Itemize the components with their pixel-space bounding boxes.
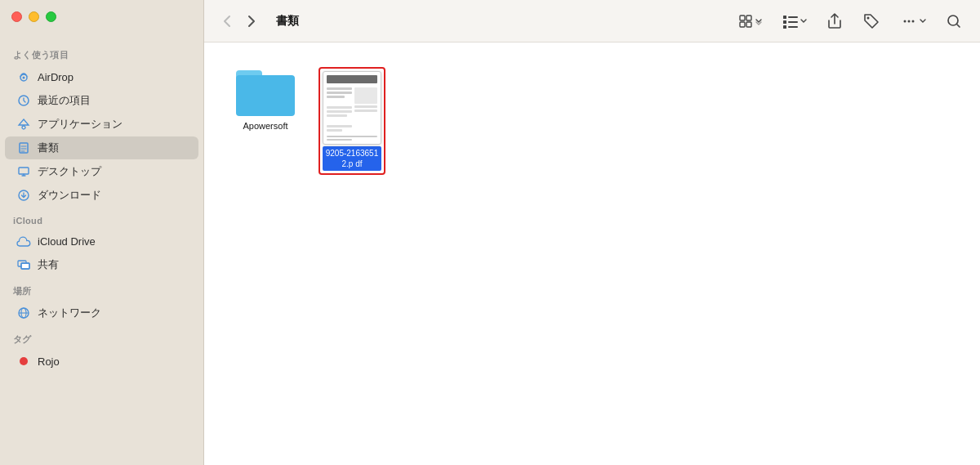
maximize-button[interactable]: [46, 11, 56, 22]
svg-point-3: [22, 126, 25, 129]
airdrop-icon: [16, 69, 31, 84]
sidebar-item-downloads[interactable]: ダウンロード: [5, 184, 198, 207]
file-area: Apowersoft: [204, 42, 980, 465]
sidebar-item-tag-rojo[interactable]: Rojo: [5, 350, 198, 373]
pdf-file-item[interactable]: 9205-21636512.p df: [315, 62, 389, 180]
svg-rect-20: [783, 20, 786, 24]
sidebar-item-documents-label: 書類: [38, 141, 59, 155]
tag-red-icon: [16, 354, 31, 369]
sidebar-item-network[interactable]: ネットワーク: [5, 302, 198, 324]
section-label-favorites: よく使う項目: [0, 41, 203, 65]
svg-rect-23: [788, 26, 798, 28]
sidebar-section-locations: 場所 ネットワーク: [0, 277, 203, 325]
toolbar-actions: [733, 9, 967, 34]
sidebar-item-downloads-label: ダウンロード: [38, 188, 101, 203]
close-button[interactable]: [11, 11, 22, 22]
view-options-button[interactable]: [777, 11, 812, 32]
svg-point-25: [904, 20, 906, 22]
sidebar-item-desktop[interactable]: デスクトップ: [5, 160, 198, 183]
sidebar: よく使う項目 AirDrop 最近の項目: [0, 0, 204, 465]
section-label-tags: タグ: [0, 325, 203, 349]
apps-icon: [16, 117, 31, 132]
folder-item-apowersoft[interactable]: Apowersoft: [229, 62, 302, 180]
section-label-icloud: iCloud: [0, 208, 203, 229]
section-label-locations: 場所: [0, 277, 203, 301]
sidebar-item-network-label: ネットワーク: [38, 306, 101, 320]
svg-rect-8: [21, 263, 29, 269]
desktop-icon: [16, 164, 31, 179]
svg-rect-17: [746, 22, 751, 27]
sidebar-item-recents-label: 最近の項目: [38, 93, 91, 108]
toolbar-title: 書類: [276, 14, 725, 29]
network-icon: [16, 306, 31, 320]
sidebar-item-applications[interactable]: アプリケーション: [5, 113, 198, 136]
svg-point-26: [908, 20, 911, 22]
svg-rect-21: [788, 21, 798, 23]
sidebar-item-desktop-label: デスクトップ: [38, 164, 101, 179]
sidebar-item-icloud-drive[interactable]: iCloud Drive: [5, 230, 198, 253]
pdf-filename-selected: 9205-21636512.p df: [323, 146, 381, 171]
search-button[interactable]: [941, 10, 967, 33]
main-content: 書類: [204, 0, 980, 465]
sidebar-section-icloud: iCloud iCloud Drive 共有: [0, 208, 203, 277]
toolbar: 書類: [204, 0, 980, 42]
svg-point-27: [912, 20, 915, 22]
svg-rect-22: [783, 25, 786, 29]
svg-point-13: [20, 357, 28, 365]
svg-point-28: [948, 16, 958, 25]
sidebar-item-tag-rojo-label: Rojo: [38, 355, 60, 368]
svg-rect-16: [740, 22, 745, 27]
back-button[interactable]: [217, 11, 237, 31]
nav-buttons: [217, 11, 261, 31]
sidebar-section-tags: タグ Rojo: [0, 325, 203, 373]
document-icon: [16, 141, 31, 155]
folder-icon: [236, 67, 295, 116]
sidebar-item-airdrop-label: AirDrop: [38, 71, 74, 83]
sidebar-item-airdrop[interactable]: AirDrop: [5, 65, 198, 88]
clock-icon: [16, 93, 31, 108]
shared-icon: [16, 257, 31, 272]
svg-rect-18: [783, 16, 786, 19]
forward-button[interactable]: [242, 11, 261, 31]
sidebar-item-applications-label: アプリケーション: [38, 117, 122, 132]
tag-button[interactable]: [858, 9, 885, 34]
svg-rect-14: [740, 16, 745, 20]
cloud-icon: [16, 234, 31, 248]
download-icon: [16, 188, 31, 203]
share-button[interactable]: [822, 9, 848, 34]
svg-point-1: [23, 77, 25, 79]
pdf-thumbnail: [323, 71, 381, 145]
svg-rect-5: [19, 168, 29, 174]
more-button[interactable]: [895, 9, 931, 34]
sidebar-section-favorites: よく使う項目 AirDrop 最近の項目: [0, 41, 203, 208]
minimize-button[interactable]: [29, 11, 39, 22]
svg-rect-15: [746, 16, 751, 20]
sidebar-item-shared-label: 共有: [38, 257, 59, 272]
sidebar-item-icloud-drive-label: iCloud Drive: [38, 235, 96, 248]
sidebar-item-shared[interactable]: 共有: [5, 253, 198, 276]
svg-rect-19: [788, 16, 798, 18]
view-grid-button[interactable]: [733, 11, 768, 32]
sidebar-item-recents[interactable]: 最近の項目: [5, 89, 198, 112]
svg-point-24: [867, 16, 870, 19]
folder-name: Apowersoft: [243, 121, 287, 131]
sidebar-item-documents[interactable]: 書類: [5, 136, 198, 159]
